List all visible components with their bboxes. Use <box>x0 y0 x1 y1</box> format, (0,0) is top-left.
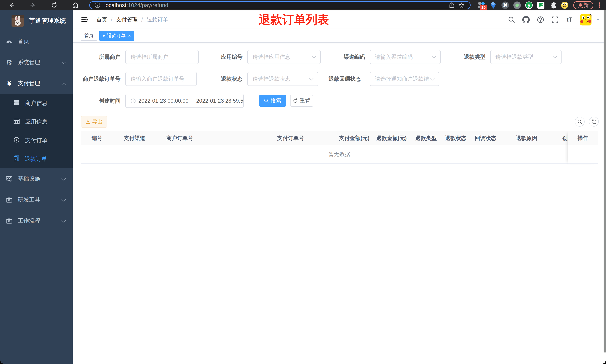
briefcase-icon <box>6 218 12 224</box>
github-icon <box>522 16 530 23</box>
back-button[interactable] <box>4 1 20 10</box>
screen: localhost:1024/pay/refund 10 <box>0 0 606 364</box>
sidebar-item-app-info[interactable]: 应用信息 <box>0 113 73 131</box>
gem-extension-icon <box>490 1 496 9</box>
merchant-refund-no-input[interactable]: 请输入商户退款订单号 <box>125 72 197 86</box>
home-icon <box>72 2 79 8</box>
sidebar-item-system[interactable]: ⚙ 系统管理 <box>0 52 73 73</box>
tab-label: 首页 <box>84 33 93 39</box>
update-button[interactable]: 更新 <box>573 1 593 9</box>
export-button-label: 导出 <box>92 118 103 126</box>
channel-select[interactable]: 请输入渠道编码 <box>370 50 441 64</box>
url-path: :1024/pay/refund <box>126 2 168 8</box>
chevron-down-icon <box>61 197 66 203</box>
sidebar-collapse-button[interactable] <box>81 16 89 24</box>
sidebar-item-label: 基础设施 <box>18 175 40 182</box>
sidebar-item-label: 支付管理 <box>18 79 40 87</box>
show-search-toggle-button[interactable] <box>575 117 585 127</box>
browser-window: localhost:1024/pay/refund 10 <box>0 0 606 364</box>
breadcrumb-item-home[interactable]: 首页 <box>96 16 107 23</box>
reset-button[interactable]: 重置 <box>290 95 313 107</box>
svg-text:¥: ¥ <box>16 138 17 142</box>
sidebar-item-workflow[interactable]: 工作流程 <box>0 210 73 231</box>
share-icon <box>449 2 455 8</box>
extension-gem-button[interactable] <box>487 0 499 10</box>
channel-placeholder: 请输入渠道编码 <box>375 53 413 61</box>
sidebar-item-merchant-info[interactable]: 商户信息 <box>0 94 73 113</box>
extension-puzzle-button[interactable] <box>547 0 559 10</box>
fullscreen-button[interactable] <box>551 16 559 24</box>
refresh-table-button[interactable] <box>589 117 599 127</box>
refresh-icon <box>591 119 596 124</box>
merchant-label: 所属商户 <box>81 50 120 64</box>
sidebar-item-pay-order[interactable]: ¥ 支付订单 <box>0 131 73 150</box>
table-toolbar: 导出 <box>81 116 598 128</box>
tab-refund-order[interactable]: 退款订单 × <box>99 31 134 41</box>
sidebar-item-devtools[interactable]: 研发工具 <box>0 189 73 210</box>
y-extension-icon: y <box>525 1 533 9</box>
url-bar[interactable]: localhost:1024/pay/refund <box>89 1 471 9</box>
header-search-button[interactable] <box>507 16 516 24</box>
help-button[interactable] <box>536 16 545 24</box>
sidebar-logo[interactable]: 芋道管理系统 <box>0 10 73 31</box>
column-header: 编号 <box>92 131 102 145</box>
chevron-up-icon <box>61 80 66 87</box>
coin-icon: ¥ <box>13 137 20 144</box>
notify-status-select[interactable]: 请选择通知商户退款结果( <box>370 72 439 86</box>
document-copy-icon <box>13 156 19 163</box>
column-header: 支付订单号 <box>277 131 304 145</box>
page-content: 所属商户 请选择所属商户 应用编号 请选择应用信息 渠道编码 请输入渠道编码 <box>73 43 606 364</box>
merchant-refund-no-placeholder: 请输入商户退款订单号 <box>131 75 184 83</box>
reload-button[interactable] <box>46 1 62 10</box>
sidebar-item-home[interactable]: 首页 <box>0 31 73 52</box>
tab-close-icon[interactable]: × <box>128 33 131 38</box>
fullscreen-icon <box>552 16 559 23</box>
export-button[interactable]: 导出 <box>81 116 107 128</box>
column-header: 退款类型 <box>415 131 437 145</box>
app-select[interactable]: 请选择应用信息 <box>247 50 321 64</box>
avatar-caret-icon[interactable] <box>596 19 600 21</box>
chevron-down-icon <box>430 54 436 60</box>
sidebar-item-refund-order[interactable]: 退款订单 <box>0 150 73 168</box>
merchant-placeholder: 请选择所属商户 <box>131 53 168 61</box>
tab-home[interactable]: 首页 <box>81 31 97 41</box>
breadcrumb-item-payment[interactable]: 支付管理 <box>116 16 138 23</box>
extension-chat-button[interactable] <box>535 0 547 10</box>
window-scrollbar[interactable] <box>604 10 606 352</box>
sidebar-item-infra[interactable]: 基础设施 <box>0 168 73 189</box>
breadcrumb-separator: / <box>111 17 112 23</box>
bookmark-star-button[interactable] <box>457 1 466 9</box>
breadcrumb-separator: / <box>141 17 143 23</box>
font-size-button[interactable]: tT <box>566 16 574 24</box>
info-icon <box>94 2 101 8</box>
search-button[interactable]: 搜索 <box>259 95 286 107</box>
extension-cmd-button[interactable]: ⌘ <box>499 0 511 10</box>
chevron-down-icon <box>61 176 66 182</box>
refund-type-select[interactable]: 请选择退款类型 <box>490 50 562 64</box>
filter-row-1: 所属商户 请选择所属商户 应用编号 请选择应用信息 渠道编码 请输入渠道编码 <box>81 50 598 64</box>
extension-emoji-button[interactable] <box>559 0 571 10</box>
share-button[interactable] <box>447 1 457 9</box>
home-button[interactable] <box>67 1 83 10</box>
extension-dot-button[interactable] <box>511 0 523 10</box>
navbar-actions: tT <box>507 10 600 29</box>
collapse-icon <box>81 16 89 23</box>
user-avatar[interactable] <box>580 14 592 26</box>
column-header-actions: 操作 <box>568 131 598 145</box>
extension-grid-button[interactable]: 10 <box>475 0 487 10</box>
browser-menu-button[interactable]: ⋮ <box>595 1 603 9</box>
dot-extension-icon <box>513 1 521 9</box>
refund-status-select[interactable]: 请选择退款状态 <box>247 72 318 86</box>
toolbox-icon <box>6 197 12 203</box>
extension-y-button[interactable]: y <box>523 0 535 10</box>
chevron-down-icon <box>61 59 66 66</box>
create-time-range-input[interactable]: 2022-01-23 00:00:00 - 2022-01-23 23:59:5… <box>125 94 244 108</box>
dashboard-icon <box>6 39 12 44</box>
end-date-value: 2022-01-23 23:59:59 <box>196 98 244 104</box>
forward-button[interactable] <box>25 1 41 10</box>
merchant-input[interactable]: 请选择所属商户 <box>125 50 199 64</box>
sidebar-item-payment[interactable]: ¥ 支付管理 <box>0 73 73 94</box>
sidebar-item-label: 研发工具 <box>18 196 40 204</box>
github-button[interactable] <box>522 16 530 24</box>
column-header: 支付渠道 <box>124 131 145 145</box>
